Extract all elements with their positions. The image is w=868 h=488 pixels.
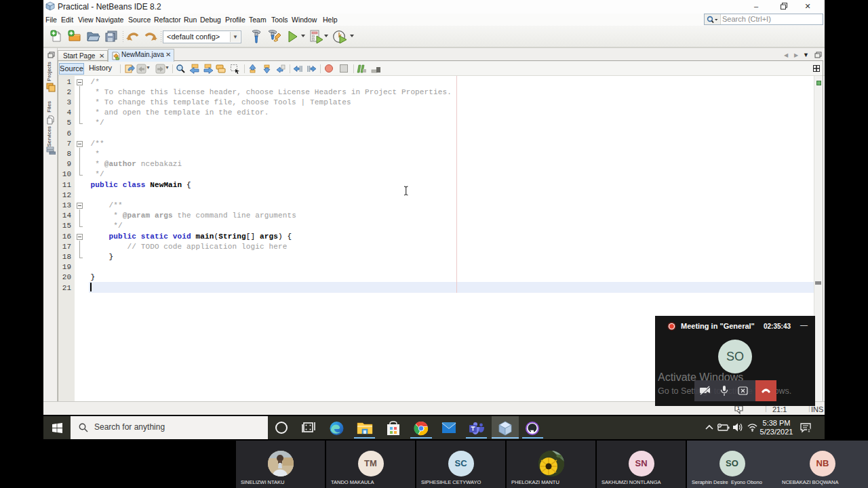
svg-text:1: 1 xyxy=(737,406,740,411)
